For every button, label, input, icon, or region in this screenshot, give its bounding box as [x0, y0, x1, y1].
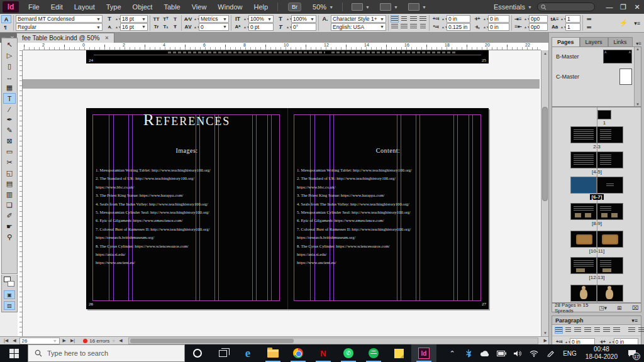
- document-tab[interactable]: fee Table Book.indd @ 50% ✕: [16, 33, 114, 43]
- page-thumb-8-9[interactable]: [8-9]: [570, 203, 623, 226]
- netflix-button[interactable]: N: [311, 344, 336, 362]
- free-transform-tool-icon[interactable]: ◱: [3, 168, 16, 178]
- horizontal-scale-stepper[interactable]: ▲▼: [286, 18, 290, 20]
- tracking-stepper[interactable]: ▲▼: [194, 26, 197, 28]
- b-master-thumbnail[interactable]: AA: [603, 50, 632, 63]
- drop-cap-chars-stepper[interactable]: ▲▼: [560, 26, 564, 28]
- clock[interactable]: 00:48 18-04-2020: [582, 346, 621, 361]
- edit-page-size-icon[interactable]: ◳▾: [599, 305, 607, 311]
- new-page-icon[interactable]: ⊞: [617, 305, 622, 311]
- scissors-tool-icon[interactable]: ✂: [3, 157, 16, 168]
- volume-icon[interactable]: [510, 344, 525, 362]
- notifications-button[interactable]: 17: [623, 344, 641, 362]
- strikethrough-button[interactable]: Ŧ: [171, 23, 179, 31]
- justify-last-right-button[interactable]: [602, 327, 611, 334]
- bulleted-list-button[interactable]: ≔: [585, 15, 593, 23]
- chevron-down-icon[interactable]: ▼: [111, 339, 116, 343]
- preflight-errors-label[interactable]: 16 errors: [89, 338, 109, 344]
- fill-stroke-swatches[interactable]: [3, 276, 16, 288]
- taskbar-search-input[interactable]: Type here to search: [28, 344, 185, 362]
- justify-all-button[interactable]: [409, 23, 418, 31]
- delete-page-icon[interactable]: ⌧: [632, 305, 638, 311]
- page-thumb-12-13[interactable]: [12-13]: [570, 257, 623, 280]
- line-tool-icon[interactable]: ∕: [3, 104, 16, 114]
- search-input[interactable]: [537, 3, 595, 11]
- numbered-list-button[interactable]: ≕: [585, 23, 593, 31]
- show-hidden-icons-button[interactable]: ⌃: [445, 344, 460, 362]
- horizontal-scale-field[interactable]: 100%▼: [291, 15, 316, 23]
- workspace-switcher[interactable]: Essentials▼: [489, 3, 537, 11]
- vertical-scrollbar[interactable]: ▲ ▼: [541, 50, 548, 336]
- menu-file[interactable]: File: [23, 0, 45, 14]
- master-row-c[interactable]: C-Master: [552, 66, 641, 87]
- scroll-up-icon[interactable]: ▲: [635, 47, 641, 51]
- left-indent-stepper[interactable]: ▲▼: [441, 18, 445, 20]
- character-style-select[interactable]: Character Style 1+▼: [331, 15, 386, 23]
- page-thumb-6-7[interactable]: [6-7]: [570, 177, 623, 200]
- scroll-left-icon[interactable]: ◀: [118, 338, 123, 343]
- eyedropper-tool-icon[interactable]: ✐: [3, 211, 16, 221]
- bluetooth-icon[interactable]: [461, 344, 476, 362]
- close-button[interactable]: ✕: [630, 0, 644, 14]
- file-explorer-button[interactable]: [260, 344, 286, 362]
- indesign-button[interactable]: Id: [411, 344, 436, 362]
- align-towards-spine-button[interactable]: [628, 327, 636, 334]
- masters-scrollbar[interactable]: ▲▼: [634, 47, 641, 106]
- align-towards-spine-button[interactable]: [419, 23, 427, 31]
- page-thumb-4-5[interactable]: [4-5]: [570, 151, 623, 175]
- subscript-button[interactable]: T₁: [162, 23, 170, 31]
- justify-last-left-button[interactable]: [584, 327, 592, 334]
- menu-edit[interactable]: Edit: [45, 0, 69, 14]
- wifi-icon[interactable]: [526, 344, 541, 362]
- align-right-button[interactable]: [574, 327, 582, 334]
- frame-tool-icon[interactable]: ⊠: [3, 136, 16, 146]
- previous-spread-pages-24-25[interactable]: 24 25: [86, 50, 489, 63]
- current-spread-pages-26-27[interactable]: References Images: Content: 1. Mesopotam…: [86, 108, 489, 309]
- rectangle-tool-icon[interactable]: ▭: [3, 146, 16, 157]
- justify-last-right-button[interactable]: [400, 23, 408, 31]
- horizontal-scrollbar[interactable]: [128, 337, 538, 344]
- menu-table[interactable]: Table: [158, 0, 186, 14]
- drop-cap-chars-field[interactable]: 1: [565, 23, 580, 31]
- tab-close-icon[interactable]: ✕: [104, 35, 109, 41]
- left-indent-field[interactable]: 0 in: [447, 15, 470, 23]
- align-left-button[interactable]: [391, 15, 399, 23]
- first-page-button[interactable]: |◀: [3, 338, 9, 343]
- page-thumb-2-3[interactable]: 2-3: [570, 126, 623, 150]
- panel-menu-icon[interactable]: ▾≡: [636, 41, 641, 47]
- right-indent-stepper[interactable]: ▲▼: [483, 18, 487, 20]
- drop-cap-lines-field[interactable]: 1: [565, 15, 580, 23]
- apply-gradient-button[interactable]: ▨: [4, 301, 15, 310]
- page-number-select[interactable]: 26▼: [19, 337, 60, 344]
- small-caps-button[interactable]: Tr: [152, 23, 160, 31]
- stroke-swatch[interactable]: [8, 281, 14, 287]
- first-line-indent-stepper[interactable]: ▲▼: [441, 26, 445, 28]
- baseline-shift-field[interactable]: 0 pt: [248, 23, 274, 31]
- superscript-button[interactable]: Tᵀ: [162, 15, 170, 23]
- justify-last-center-button[interactable]: [391, 23, 399, 31]
- paragraph-formatting-toggle[interactable]: ¶: [1, 23, 9, 31]
- task-view-button[interactable]: [210, 344, 235, 362]
- align-center-button[interactable]: [400, 15, 408, 23]
- minimize-button[interactable]: —: [602, 0, 616, 14]
- scroll-right-icon[interactable]: ▶: [543, 338, 548, 343]
- skew-stepper[interactable]: ▲▼: [286, 26, 290, 28]
- justify-last-left-button[interactable]: [419, 15, 427, 23]
- spotify-button[interactable]: [361, 344, 386, 362]
- content-collector-tool-icon[interactable]: ▦: [3, 82, 16, 93]
- page-tool-icon[interactable]: ▯: [3, 61, 16, 72]
- leading-field[interactable]: 16 pt▼: [120, 23, 148, 31]
- align-left-button[interactable]: [555, 327, 563, 334]
- underline-button[interactable]: T: [171, 15, 179, 23]
- page-thumb-14-15[interactable]: [570, 285, 623, 302]
- pencil-tool-icon[interactable]: ✎: [3, 125, 16, 136]
- font-size-field[interactable]: 18 pt▼: [120, 15, 148, 23]
- menu-help[interactable]: Help: [248, 0, 274, 14]
- screen-mode-dropdown[interactable]: ▼: [375, 3, 403, 11]
- skew-field[interactable]: 0°: [291, 23, 316, 31]
- language-select[interactable]: English: USA▼: [331, 23, 386, 31]
- font-style-select[interactable]: Regular▼: [16, 23, 103, 31]
- zoom-level-dropdown[interactable]: 50%▼: [308, 3, 338, 11]
- vertical-scale-field[interactable]: 100%▼: [248, 15, 274, 23]
- scroll-down-icon[interactable]: ▼: [635, 102, 641, 106]
